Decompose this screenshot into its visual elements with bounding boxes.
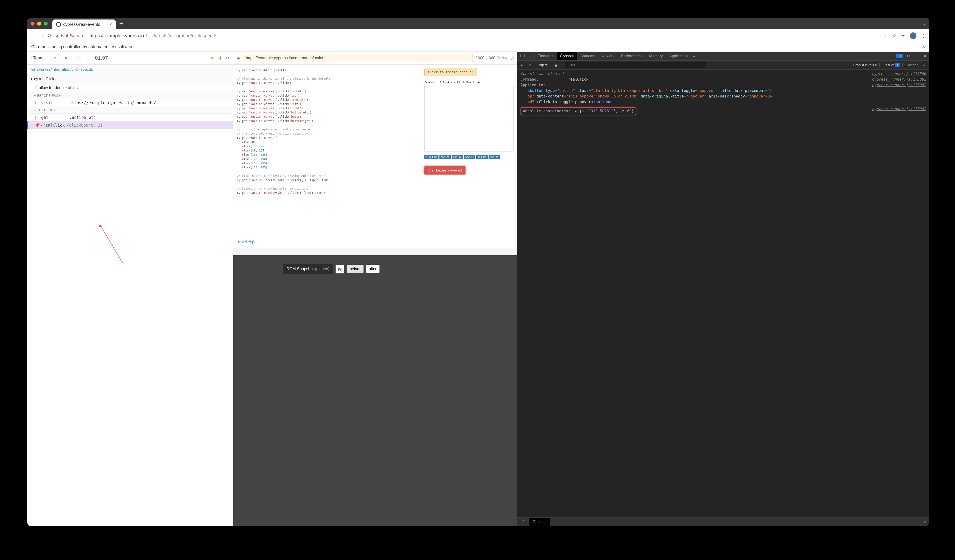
command-realclick[interactable]: 📌 -realClick {clickCount: 2} (27, 122, 233, 129)
tab-performance[interactable]: Performance (618, 52, 645, 60)
devtools-close-icon[interactable]: × (922, 54, 927, 58)
url-host: https://example.cypress.io (89, 33, 144, 39)
log-levels-selector[interactable]: Default levels ▾ (853, 63, 877, 67)
duration: 01.97 (95, 55, 108, 61)
console-filter-input[interactable] (565, 62, 706, 68)
status-dot (211, 56, 214, 59)
browser-tab[interactable]: cypress-real-events × (52, 19, 116, 29)
inspect-icon[interactable] (519, 54, 526, 58)
popover-button[interactable]: Click to toggle popover (424, 68, 477, 76)
rerun-button[interactable]: ⟳ (226, 55, 230, 61)
code-example: cy.get('.action-btn').click() // clickin… (237, 68, 421, 244)
annotation-arrow (97, 222, 126, 269)
suite-title[interactable]: ▾ cy.realClick (27, 75, 233, 83)
tab-close-icon[interactable]: × (110, 22, 112, 27)
tab-memory[interactable]: Memory (647, 52, 666, 60)
badge[interactable]: and me (464, 155, 475, 159)
maximize-window-button[interactable] (44, 22, 48, 26)
tab-application[interactable]: Application (667, 52, 690, 60)
forward-button[interactable]: → (39, 33, 44, 39)
snapshot-label: DOM Snapshot (pinned) (283, 264, 333, 274)
browser-window: cypress-real-events × + ⌄ ← → ⟳ ▲ Not Se… (27, 17, 929, 526)
source-link[interactable]: cypress_runner.js:175882 (872, 82, 926, 88)
issues-link[interactable]: 1 Issue: 1 (882, 63, 900, 67)
new-tab-button[interactable]: + (119, 20, 123, 27)
tab-title: cypress-real-events (63, 22, 100, 27)
snapshot-after-button[interactable]: after (366, 265, 379, 273)
bookmark-icon[interactable]: ☆ (892, 33, 897, 39)
pending-count: ○ -- (77, 55, 83, 61)
aut-dimensions: 1000 x 660 (61%) (476, 56, 507, 60)
snapshot-close-icon[interactable]: × (382, 267, 389, 272)
snapshot-before-button[interactable]: before (347, 265, 363, 273)
browser-menu-icon[interactable]: ⋮ (921, 33, 926, 39)
badge[interactable]: and me (452, 155, 463, 159)
source-link[interactable]: cypress_runner.js:175882 (872, 77, 926, 82)
url-bar: ← → ⟳ ▲ Not Secure | https://example.cyp… (27, 29, 929, 42)
live-expression-icon[interactable]: ◉ (553, 63, 559, 67)
source-link[interactable]: cypress_runner.js:175890 (872, 71, 926, 77)
test-title[interactable]: ✓ allow for double clicks (27, 83, 233, 92)
aut-info-icon[interactable]: ⓘ (510, 56, 514, 61)
tab-console[interactable]: Console (557, 52, 577, 60)
aut-url[interactable]: https://example.cypress.io/commands/acti… (243, 54, 473, 62)
tab-network[interactable]: Network (598, 52, 617, 60)
badge[interactable]: and me (488, 155, 500, 159)
drawer-console-tab[interactable]: Console (529, 518, 550, 526)
console-settings-icon[interactable]: ⚙ (921, 63, 927, 67)
console-cleared: Console was cleared (520, 71, 872, 77)
share-icon[interactable]: ⇪ (883, 33, 888, 39)
security-badge[interactable]: ▲ Not Secure (55, 33, 85, 39)
console-toolbar: ▸ ⊘ top ▾ ◉ Default levels ▾ 1 Issue: 1 … (517, 61, 929, 70)
console-prompt[interactable]: › (520, 117, 523, 122)
tab-sources[interactable]: Sources (578, 52, 597, 60)
selector-playground-icon[interactable]: ⊕ (237, 56, 240, 60)
more-tabs-icon[interactable]: » (692, 54, 697, 58)
tab-elements[interactable]: Elements (535, 52, 556, 60)
tests-back-link[interactable]: ‹ Tests (31, 55, 44, 61)
drawer-menu-icon[interactable]: ⋮ (520, 519, 527, 524)
command-visit[interactable]: 1 visit https://example.cypress.io/comma… (27, 99, 233, 107)
infobar-close-icon[interactable]: × (922, 44, 925, 50)
minimize-window-button[interactable] (37, 22, 41, 26)
clear-console-icon[interactable]: ⊘ (527, 63, 533, 67)
messages-badge[interactable]: ▪ 1 (896, 54, 903, 58)
extensions-icon[interactable]: ✦ (901, 33, 905, 39)
close-window-button[interactable] (31, 22, 34, 26)
devtools-panel: ▯ | Elements Console Sources Network Per… (517, 52, 929, 526)
hidden-count: 1 hidden (905, 63, 919, 67)
dblclick-link[interactable]: .dblclick() (237, 239, 255, 244)
command-get[interactable]: 1 get .action-btn (27, 114, 233, 122)
console-sidebar-icon[interactable]: ▸ (520, 63, 524, 67)
badge[interactable]: and me (440, 155, 451, 159)
badge[interactable]: click me (424, 155, 438, 159)
svg-marker-1 (99, 224, 102, 227)
expand-collapse-icon[interactable]: ⇅ (218, 55, 222, 61)
devtools-menu-icon[interactable]: ⋮ (914, 54, 920, 58)
action-canvas[interactable] (424, 86, 514, 152)
url-path: /__/#/tests/integration/click.spec.ts (146, 33, 218, 39)
tabs-menu-icon[interactable]: ⌄ (923, 21, 926, 26)
source-link[interactable]: cypress_runner.js:175882 (872, 106, 926, 115)
device-toggle-icon[interactable]: ▯ (527, 54, 532, 58)
devtools-settings-icon[interactable]: ⚙ (905, 54, 911, 58)
aut-iframe: cy.get('.action-btn').click() // clickin… (233, 64, 517, 526)
badge[interactable]: and me (476, 155, 488, 159)
svg-line-0 (100, 224, 124, 264)
highlight-toggle[interactable]: ▧ (335, 265, 344, 274)
context-selector[interactable]: top ▾ (539, 63, 547, 67)
console-output[interactable]: Console was clearedcypress_runner.js:175… (517, 70, 929, 517)
back-button[interactable]: ← (31, 33, 36, 39)
covered-button[interactable]: I'm being covered (424, 166, 465, 175)
reload-button[interactable]: ⟳ (47, 33, 52, 39)
check-icon: ✓ (34, 85, 38, 90)
reporter-header: ‹ Tests | ✓ 1 ✕ -- ○ -- | 01.97 ⇅ ⟳ (27, 52, 233, 64)
profile-avatar[interactable]: 👤 (910, 33, 916, 39)
file-icon: ▤ (31, 67, 35, 72)
window-controls (31, 22, 48, 26)
pin-icon: 📌 (35, 123, 40, 128)
address-bar[interactable]: ▲ Not Secure | https://example.cypress.i… (55, 33, 218, 39)
drawer-close-icon[interactable]: × (924, 519, 927, 524)
titlebar: cypress-real-events × + ⌄ (27, 17, 929, 29)
spec-file-path[interactable]: ▤ cypress/integration/click.spec.ts (27, 64, 233, 75)
